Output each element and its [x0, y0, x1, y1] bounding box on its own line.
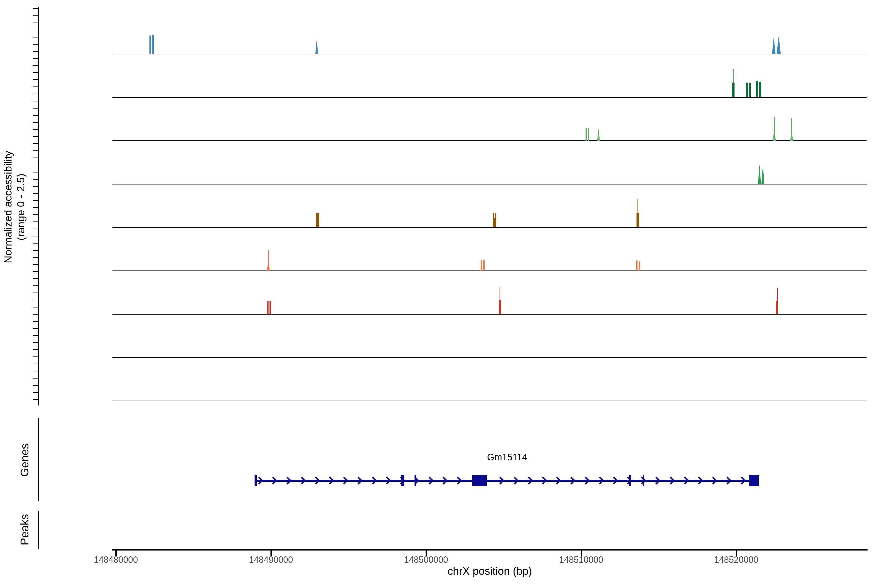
y-axis-tick: [33, 364, 38, 364]
gene-direction-arrow: [709, 477, 717, 484]
y-axis-tick: [33, 385, 38, 386]
coverage-peak: [639, 261, 640, 271]
y-axis-tick: [33, 236, 38, 236]
y-axis-tick: [33, 193, 38, 194]
y-axis-tick: [33, 94, 38, 94]
coverage-peak: [746, 82, 748, 97]
y-axis-tick: [33, 307, 38, 308]
y-axis-tick: [33, 179, 38, 180]
y-axis-tick: [33, 72, 38, 73]
y-axis-tick: [33, 229, 38, 230]
coverage-peak: [597, 128, 600, 141]
y-axis-tick: [33, 8, 38, 9]
track-baseline: [112, 227, 867, 228]
gene-direction-arrow: [667, 477, 675, 484]
x-axis-tick-label: 148480000: [94, 555, 138, 565]
peaks-axis-bracket: [38, 511, 39, 549]
y-axis-tick: [33, 250, 38, 250]
gene-direction-arrow: [411, 477, 420, 484]
y-axis-tick: [33, 392, 38, 393]
y-axis-tick: [33, 257, 38, 258]
y-axis-tick: [33, 44, 38, 45]
coverage-peak: [493, 213, 494, 227]
coverage-peak: [758, 164, 761, 184]
y-axis-tick: [33, 278, 38, 279]
track-baseline: [112, 357, 867, 358]
gene-label: Gm15114: [487, 452, 527, 462]
gene-direction-arrow: [596, 477, 604, 484]
y-axis-tick: [33, 51, 38, 52]
gene-direction-arrow: [567, 477, 576, 484]
gene-direction-arrow: [298, 477, 306, 484]
y-axis-tick: [33, 87, 38, 87]
coverage-peak: [776, 301, 778, 314]
y-axis-tick: [33, 314, 38, 315]
y-axis-tick: [33, 22, 38, 23]
y-axis-tick: [33, 328, 38, 329]
y-axis-tick: [33, 186, 38, 187]
y-axis-tick: [33, 150, 38, 151]
gene-direction-arrow: [639, 477, 646, 484]
coverage-peak: [588, 128, 589, 141]
coverage-peak: [270, 301, 271, 314]
gene-direction-arrow: [284, 477, 292, 484]
coverage-peak: [636, 260, 638, 271]
gene-direction-arrow: [582, 477, 590, 484]
y-axis-label-line1: Normalized accessibility: [2, 151, 14, 263]
coverage-peak: [756, 81, 758, 97]
coverage-peak: [790, 131, 793, 141]
y-axis-ruler: [38, 7, 39, 405]
y-axis-tick: [33, 342, 38, 343]
y-axis-tick: [33, 136, 38, 137]
y-axis-tick: [33, 122, 38, 123]
genes-panel-label: Genes: [18, 444, 31, 477]
y-axis-tick: [33, 271, 38, 272]
y-axis-tick: [33, 58, 38, 59]
gene-direction-arrow: [454, 477, 462, 484]
coverage-peak: [315, 39, 318, 54]
y-axis-tick: [33, 172, 38, 172]
coverage-peak: [749, 83, 751, 97]
track-baseline: [112, 270, 867, 271]
y-axis-tick: [33, 222, 38, 222]
track-baseline: [112, 54, 867, 54]
coverage-peak: [152, 35, 154, 54]
gene-direction-arrow: [270, 477, 278, 484]
y-axis-tick: [33, 214, 38, 215]
coverage-plot-figure: Normalized accessibility (range 0 - 2.5)…: [0, 0, 882, 588]
x-axis-line: [112, 549, 867, 550]
track-baseline: [112, 184, 867, 184]
y-axis-tick: [33, 321, 38, 322]
gene-direction-arrow: [723, 477, 732, 484]
gene-direction-arrow: [340, 477, 348, 484]
y-axis-tick: [33, 357, 38, 357]
gene-direction-arrow: [383, 477, 391, 484]
y-axis-tick: [33, 300, 38, 300]
y-axis-label-line2: (range 0 - 2.5): [14, 151, 27, 263]
gene-direction-arrow: [695, 477, 703, 484]
coverage-peak: [772, 37, 776, 54]
y-axis-tick: [33, 285, 38, 286]
track-baseline: [112, 97, 867, 98]
gene-direction-arrow: [539, 477, 547, 484]
coverage-peak: [772, 130, 776, 141]
y-axis-tick: [33, 15, 38, 16]
y-axis-tick: [33, 200, 38, 201]
y-axis-tick: [33, 264, 38, 265]
gene-direction-arrow: [369, 477, 377, 484]
y-axis-tick: [33, 108, 38, 108]
coverage-peak: [585, 128, 587, 141]
coverage-peak: [759, 82, 761, 97]
coverage-peak: [762, 165, 764, 184]
gene-direction-arrow: [652, 477, 661, 484]
gene-direction-arrow: [354, 477, 363, 484]
gene-exon: [749, 475, 759, 486]
y-axis-tick: [33, 165, 38, 165]
coverage-peak: [636, 213, 639, 227]
y-axis-tick: [33, 292, 38, 293]
x-axis-tick-label: 148490000: [249, 555, 293, 565]
y-axis-tick: [33, 37, 38, 38]
x-axis-tick-label: 148510000: [559, 555, 603, 565]
x-axis-title: chrX position (bp): [448, 565, 532, 577]
coverage-peak: [495, 213, 496, 227]
